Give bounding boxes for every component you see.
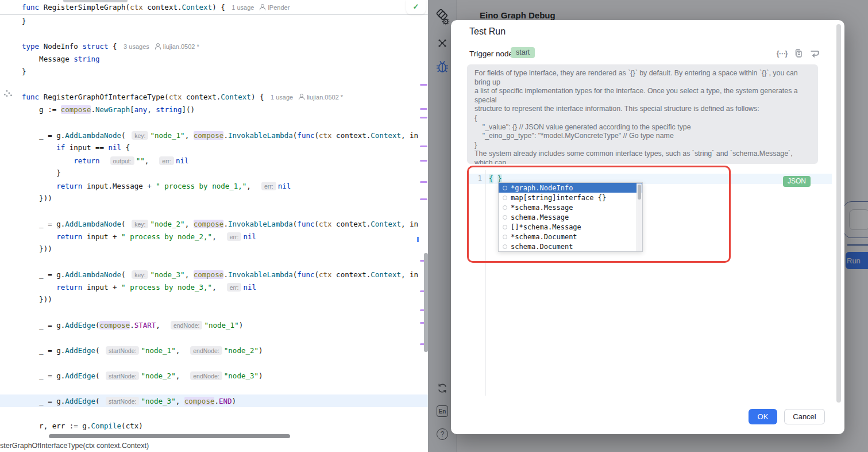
code-line: _ = g.AddLambdaNode( key:"node_3", compo…	[0, 268, 428, 281]
code-line: func RegisterGraphOfInterfaceType(ctx co…	[0, 91, 428, 104]
scroll-indicator	[63, 0, 128, 2]
test-run-dialog: Test Run Trigger node start {⋯} For fiel…	[451, 20, 844, 434]
completion-item[interactable]: schema.Document	[499, 242, 642, 251]
author-icon	[298, 94, 304, 100]
type-symbol-icon	[503, 186, 507, 190]
line-number: 1	[473, 174, 482, 182]
gutter-separator	[485, 170, 486, 396]
code-line: }))	[0, 293, 428, 306]
change-marker	[420, 108, 427, 110]
code-line: return input.Message + " process by node…	[0, 179, 428, 192]
code-line: }	[0, 167, 428, 179]
open-brace: {	[489, 174, 493, 183]
format-json-icon[interactable]: {⋯}	[776, 48, 788, 59]
code-line	[0, 205, 428, 217]
code-line	[0, 357, 428, 369]
code-line: _ = g.AddLambdaNode( key:"node_2", compo…	[0, 217, 428, 230]
completion-item[interactable]: []*schema.Message	[499, 222, 642, 232]
completion-item[interactable]: schema.Message	[499, 212, 642, 222]
code-lines[interactable]: }type NodeInfo struct { 3 usagesliujian.…	[0, 15, 428, 432]
app-window: { "editor": { "check_glyph": "✓", "stick…	[0, 0, 868, 452]
code-line	[0, 255, 428, 268]
caret-position-mark	[417, 237, 419, 242]
code-line: return output:"", err:nil	[0, 154, 428, 167]
code-line: Message string	[0, 53, 428, 66]
completion-item[interactable]: *schema.Document	[499, 232, 642, 242]
code-line	[0, 382, 428, 394]
code-line	[0, 331, 428, 344]
change-marker	[420, 198, 427, 200]
help-note-line: For fields of type interface, they are r…	[474, 69, 811, 87]
help-note-line: }	[474, 141, 811, 150]
code-line: return input + " process by node_2,", er…	[0, 230, 428, 243]
run-graph-gutter-icon[interactable]	[3, 89, 13, 97]
ok-button[interactable]: OK	[749, 409, 777, 424]
code-line: if input == nil {	[0, 141, 428, 154]
completion-scrollbar[interactable]	[636, 183, 642, 251]
change-marker	[420, 145, 427, 147]
code-line	[0, 116, 428, 129]
code-line: }))	[0, 192, 428, 205]
dialog-scrollbar[interactable]	[836, 24, 841, 403]
code-line	[0, 306, 428, 319]
code-line: g := compose.NewGraph[any, string]()	[0, 104, 428, 116]
author-icon	[155, 43, 160, 49]
code-line: r, err := g.Compile(ctx)	[0, 420, 428, 432]
copy-icon[interactable]	[793, 48, 804, 59]
help-note-line: structure to represent the interface inf…	[474, 105, 811, 114]
code-line: return input + " process by node_3,", er…	[0, 281, 428, 293]
json-input-editor[interactable]: 1 { } JSON *graph.NodeInfomap[string]int…	[467, 170, 832, 396]
change-marker	[420, 84, 427, 86]
change-marker	[420, 117, 427, 118]
inspections-widget[interactable]: ✓	[406, 0, 426, 14]
type-symbol-icon	[503, 205, 507, 210]
interface-help-note: For fields of type interface, they are r…	[467, 64, 818, 164]
completion-item[interactable]: *schema.Message	[499, 202, 642, 212]
editor-horizontal-scrollbar[interactable]	[49, 434, 290, 438]
code-line: }))	[0, 243, 428, 255]
type-symbol-icon	[503, 225, 507, 229]
code-line: _ = g.AddLambdaNode( key:"node_1", compo…	[0, 129, 428, 141]
inspection-check-icon: ✓	[413, 2, 419, 11]
code-line: _ = g.AddEdge(compose.START, endNode:"no…	[0, 319, 428, 331]
code-line: _ = g.AddEdge( startNode:"node_1", endNo…	[0, 344, 428, 357]
editor-vertical-scrollbar[interactable]	[424, 253, 428, 352]
code-line: _ = g.AddEdge( startNode:"node_3", compo…	[0, 394, 428, 407]
trigger-node-label: Trigger node	[469, 49, 513, 58]
eino-debug-panel: En ? Eino Graph Debug Run Test Run Trigg…	[428, 0, 868, 452]
completion-item[interactable]: *graph.NodeInfo	[499, 183, 642, 193]
wrap-lines-icon[interactable]	[809, 48, 820, 59]
help-note-line: "_value": {} // JSON value generated acc…	[474, 123, 811, 132]
json-language-badge: JSON	[783, 176, 811, 187]
dialog-title: Test Run	[469, 26, 506, 37]
type-symbol-icon	[503, 215, 507, 220]
code-line: }	[0, 66, 428, 78]
author-icon	[259, 4, 265, 10]
type-symbol-icon	[503, 244, 507, 249]
help-note-line: "_eino_go_type": "*model.MyConcreteType"…	[474, 132, 811, 141]
code-line	[0, 78, 428, 91]
code-line: type NodeInfo struct { 3 usagesliujian.0…	[0, 40, 428, 53]
code-line: _ = g.AddEdge( startNode:"node_2", endNo…	[0, 369, 428, 382]
type-symbol-icon	[503, 235, 507, 239]
completion-item[interactable]: map[string]interface {}	[499, 193, 642, 202]
code-editor[interactable]: }type NodeInfo struct { 3 usagesliujian.…	[0, 0, 428, 452]
help-note-line: a list of specific implementation types …	[474, 87, 811, 105]
help-note-line: {	[474, 114, 811, 123]
code-line	[0, 28, 428, 40]
breadcrumb[interactable]: sterGraphOfInterfaceType(ctx context.Con…	[0, 440, 428, 452]
cancel-button[interactable]: Cancel	[784, 409, 825, 424]
completion-popup: *graph.NodeInfomap[string]interface {}*s…	[498, 182, 643, 252]
code-line: }	[0, 15, 428, 28]
change-marker	[420, 160, 427, 162]
code-line	[0, 407, 428, 420]
help-note-line: The system already includes some common …	[474, 150, 811, 164]
type-symbol-icon	[503, 196, 507, 200]
change-marker	[420, 181, 427, 183]
trigger-node-badge: start	[511, 47, 535, 58]
